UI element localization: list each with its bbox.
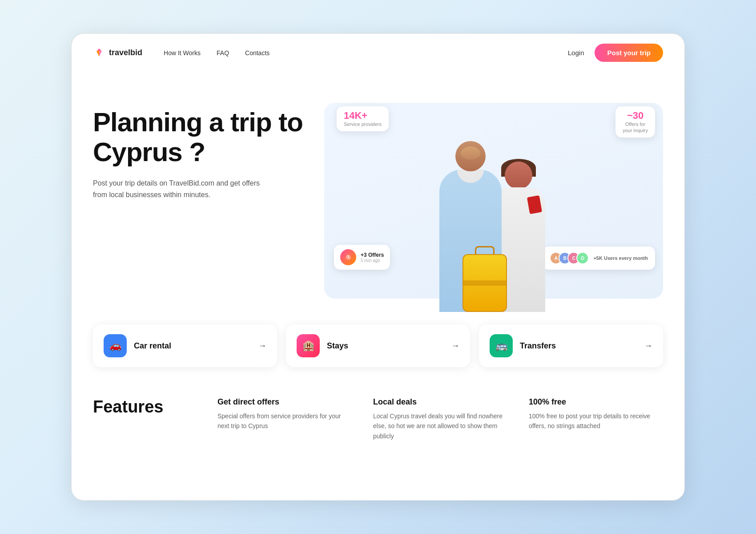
user-avatars: A B C D (550, 252, 589, 264)
feature-local-deals-title: Local deals (373, 397, 507, 407)
suitcase-body (462, 254, 507, 312)
stat-30-label2: your inquiry (623, 128, 648, 133)
logo[interactable]: travelbid (93, 47, 142, 59)
notification-title: +3 Offers (361, 252, 384, 258)
feature-local-deals: Local deals Local Cyprus travel deals yo… (373, 397, 507, 441)
navbar: travelbid How It Works FAQ Contacts Logi… (72, 34, 684, 72)
suitcase-stripe (463, 280, 506, 286)
users-label: +5K Users every month (593, 255, 648, 261)
stat-14k-number: 14K+ (344, 111, 382, 121)
post-trip-button[interactable]: Post your trip (595, 44, 663, 62)
notification-sub: 5 min ago (361, 258, 384, 263)
feature-free-title: 100% free (529, 397, 663, 407)
notification-offers: +3 Offers 5 min ago (334, 245, 390, 270)
transfers-arrow: → (644, 341, 652, 351)
features-section: Features Get direct offers Special offer… (72, 380, 684, 463)
service-cards: 🚗 Car rental → 🏨 Stays → 🚌 Transfers → (72, 312, 684, 380)
nav-right: Login Post your trip (568, 44, 663, 62)
nav-contacts[interactable]: Contacts (245, 49, 269, 57)
car-rental-icon: 🚗 (104, 334, 127, 357)
stat-offers: ~30 Offers for your inquiry (615, 106, 655, 138)
notification-svg (345, 254, 352, 261)
feature-direct-offers-desc: Special offers from service providers fo… (217, 411, 352, 431)
hero-image-area: 14K+ Service providers ~30 Offers for yo… (315, 89, 663, 312)
features-title: Features (93, 397, 191, 417)
stays-arrow: → (451, 341, 459, 351)
suitcase (462, 254, 507, 312)
stat-14k-label: Service providers (344, 121, 382, 127)
transfers-label: Transfers (520, 341, 637, 351)
hero-visual: 14K+ Service providers ~30 Offers for yo… (315, 94, 663, 312)
stat-service-providers: 14K+ Service providers (337, 106, 389, 131)
nav-how-it-works[interactable]: How It Works (164, 49, 201, 57)
car-rental-arrow: → (258, 341, 266, 351)
avatar-4: D (576, 252, 589, 264)
feature-direct-offers: Get direct offers Special offers from se… (217, 397, 352, 441)
login-button[interactable]: Login (568, 49, 584, 57)
woman-head (505, 162, 532, 189)
service-card-car-rental[interactable]: 🚗 Car rental → (93, 324, 277, 367)
feature-free-desc: 100% free to post your trip details to r… (529, 411, 663, 431)
transfers-icon: 🚌 (490, 334, 513, 357)
suitcase-handle (475, 246, 495, 254)
nav-links: How It Works FAQ Contacts (164, 49, 269, 57)
features-grid: Get direct offers Special offers from se… (217, 397, 663, 441)
hero-left: Planning a trip to Cyprus ? Post your tr… (93, 89, 315, 312)
service-card-stays[interactable]: 🏨 Stays → (286, 324, 470, 367)
logo-icon (93, 47, 105, 59)
stat-30-label1: Offers for (623, 121, 648, 127)
man-head (455, 141, 486, 171)
stays-icon: 🏨 (297, 334, 320, 357)
hero-section: Planning a trip to Cyprus ? Post your tr… (72, 72, 684, 312)
hero-title: Planning a trip to Cyprus ? (93, 107, 315, 167)
car-rental-label: Car rental (134, 341, 251, 351)
feature-direct-offers-title: Get direct offers (217, 397, 352, 407)
notification-text: +3 Offers 5 min ago (361, 252, 384, 263)
notification-icon (340, 249, 356, 265)
stays-label: Stays (327, 341, 444, 351)
feature-free: 100% free 100% free to post your trip de… (529, 397, 663, 441)
feature-local-deals-desc: Local Cyprus travel deals you will find … (373, 411, 507, 441)
stat-users: A B C D +5K Users every month (543, 247, 655, 270)
stat-30-number: ~30 (623, 111, 648, 121)
nav-faq[interactable]: FAQ (217, 49, 229, 57)
service-card-transfers[interactable]: 🚌 Transfers → (479, 324, 663, 367)
hero-subtitle: Post your trip details on TravelBid.com … (93, 178, 262, 200)
page-wrapper: travelbid How It Works FAQ Contacts Logi… (71, 33, 685, 501)
passport (527, 195, 542, 214)
